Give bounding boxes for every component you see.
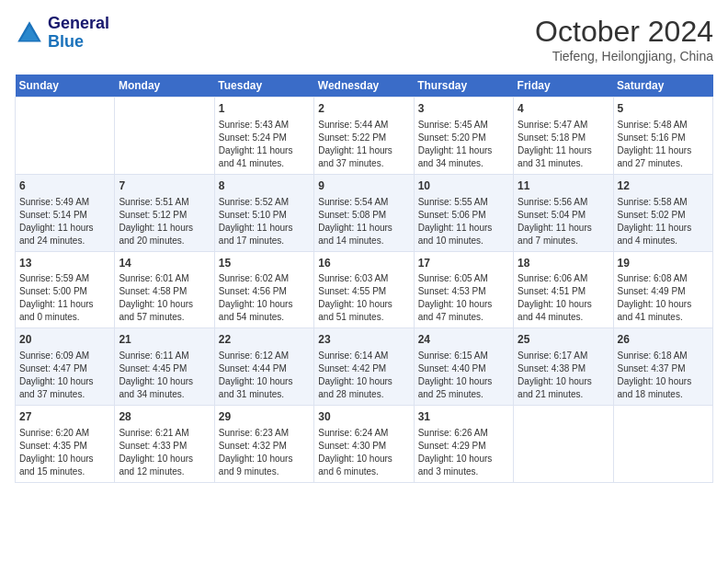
daylight-text: Daylight: 11 hours and 14 minutes. <box>318 222 409 247</box>
sunset-text: Sunset: 4:45 PM <box>119 362 210 375</box>
day-number: 28 <box>119 409 210 425</box>
calendar-row: 27Sunrise: 6:20 AMSunset: 4:35 PMDayligh… <box>16 406 713 483</box>
sunrise-text: Sunrise: 6:01 AM <box>119 272 210 285</box>
calendar-cell: 5Sunrise: 5:48 AMSunset: 5:16 PMDaylight… <box>613 98 712 175</box>
calendar-cell: 4Sunrise: 5:47 AMSunset: 5:18 PMDaylight… <box>514 98 613 175</box>
daylight-text: Daylight: 11 hours and 41 minutes. <box>219 144 310 170</box>
day-number: 23 <box>318 332 409 348</box>
day-number: 1 <box>219 101 310 117</box>
sunset-text: Sunset: 4:44 PM <box>219 362 310 375</box>
sunset-text: Sunset: 4:47 PM <box>19 362 110 375</box>
day-number: 27 <box>19 409 110 425</box>
calendar-cell: 25Sunrise: 6:17 AMSunset: 4:38 PMDayligh… <box>514 328 613 406</box>
daylight-text: Daylight: 10 hours and 28 minutes. <box>318 375 409 401</box>
daylight-text: Daylight: 10 hours and 15 minutes. <box>19 453 110 478</box>
daylight-text: Daylight: 10 hours and 57 minutes. <box>119 298 210 324</box>
daylight-text: Daylight: 10 hours and 3 minutes. <box>418 453 509 478</box>
day-number: 21 <box>119 332 210 348</box>
sunrise-text: Sunrise: 6:06 AM <box>518 272 609 285</box>
month-title: October 2024 <box>535 15 713 49</box>
day-number: 15 <box>219 256 310 271</box>
sunrise-text: Sunrise: 6:03 AM <box>318 272 409 285</box>
sunrise-text: Sunrise: 5:48 AM <box>618 119 709 132</box>
day-number: 10 <box>418 178 509 194</box>
sunrise-text: Sunrise: 6:09 AM <box>19 350 110 362</box>
calendar-row: 6Sunrise: 5:49 AMSunset: 5:14 PMDaylight… <box>16 174 713 251</box>
day-number: 12 <box>618 178 709 194</box>
sunset-text: Sunset: 4:42 PM <box>318 362 409 375</box>
sunset-text: Sunset: 4:49 PM <box>618 285 709 298</box>
weekday-header: Friday <box>514 75 613 98</box>
calendar-cell: 17Sunrise: 6:05 AMSunset: 4:53 PMDayligh… <box>414 251 513 328</box>
sunset-text: Sunset: 4:30 PM <box>318 440 409 453</box>
calendar-cell <box>115 98 214 175</box>
logo-text: GeneralBlue <box>48 15 109 52</box>
sunrise-text: Sunrise: 6:18 AM <box>618 350 709 362</box>
page-header: GeneralBlue October 2024 Tiefeng, Heilon… <box>15 15 713 63</box>
day-number: 18 <box>518 256 609 271</box>
logo: GeneralBlue <box>15 15 109 52</box>
daylight-text: Daylight: 10 hours and 37 minutes. <box>19 375 110 401</box>
sunrise-text: Sunrise: 5:43 AM <box>219 119 310 132</box>
sunset-text: Sunset: 5:10 PM <box>219 209 310 222</box>
sunset-text: Sunset: 5:14 PM <box>19 209 110 222</box>
sunrise-text: Sunrise: 5:49 AM <box>19 196 110 209</box>
sunrise-text: Sunrise: 5:58 AM <box>618 196 709 209</box>
sunrise-text: Sunrise: 6:26 AM <box>418 427 509 440</box>
sunset-text: Sunset: 4:55 PM <box>318 285 409 298</box>
day-number: 14 <box>119 256 210 271</box>
daylight-text: Daylight: 10 hours and 6 minutes. <box>318 453 409 478</box>
sunset-text: Sunset: 5:06 PM <box>418 209 509 222</box>
sunset-text: Sunset: 4:38 PM <box>518 362 609 375</box>
calendar-cell: 10Sunrise: 5:55 AMSunset: 5:06 PMDayligh… <box>414 174 513 251</box>
weekday-header: Monday <box>115 75 214 98</box>
daylight-text: Daylight: 10 hours and 41 minutes. <box>618 298 709 324</box>
sunrise-text: Sunrise: 5:59 AM <box>19 272 110 285</box>
sunset-text: Sunset: 4:53 PM <box>418 285 509 298</box>
sunrise-text: Sunrise: 5:54 AM <box>318 196 409 209</box>
daylight-text: Daylight: 11 hours and 7 minutes. <box>518 222 609 247</box>
sunset-text: Sunset: 5:18 PM <box>518 132 609 144</box>
calendar-cell: 22Sunrise: 6:12 AMSunset: 4:44 PMDayligh… <box>214 328 313 406</box>
daylight-text: Daylight: 11 hours and 31 minutes. <box>518 144 609 170</box>
sunset-text: Sunset: 4:51 PM <box>518 285 609 298</box>
calendar-table: SundayMondayTuesdayWednesdayThursdayFrid… <box>15 75 713 483</box>
sunrise-text: Sunrise: 6:14 AM <box>318 350 409 362</box>
daylight-text: Daylight: 10 hours and 44 minutes. <box>518 298 609 324</box>
calendar-row: 20Sunrise: 6:09 AMSunset: 4:47 PMDayligh… <box>16 328 713 406</box>
calendar-cell: 23Sunrise: 6:14 AMSunset: 4:42 PMDayligh… <box>314 328 414 406</box>
sunset-text: Sunset: 4:33 PM <box>119 440 210 453</box>
sunset-text: Sunset: 5:08 PM <box>318 209 409 222</box>
sunset-text: Sunset: 5:00 PM <box>19 285 110 298</box>
sunset-text: Sunset: 5:04 PM <box>518 209 609 222</box>
day-number: 19 <box>618 256 709 271</box>
sunrise-text: Sunrise: 6:02 AM <box>219 272 310 285</box>
day-number: 20 <box>19 332 110 348</box>
sunset-text: Sunset: 5:02 PM <box>618 209 709 222</box>
weekday-header: Thursday <box>414 75 513 98</box>
sunrise-text: Sunrise: 6:11 AM <box>119 350 210 362</box>
day-number: 3 <box>418 101 509 117</box>
daylight-text: Daylight: 10 hours and 47 minutes. <box>418 298 509 324</box>
daylight-text: Daylight: 10 hours and 9 minutes. <box>219 453 310 478</box>
day-number: 11 <box>518 178 609 194</box>
daylight-text: Daylight: 11 hours and 34 minutes. <box>418 144 509 170</box>
day-number: 6 <box>19 178 110 194</box>
daylight-text: Daylight: 10 hours and 12 minutes. <box>119 453 210 478</box>
sunset-text: Sunset: 4:37 PM <box>618 362 709 375</box>
calendar-cell: 9Sunrise: 5:54 AMSunset: 5:08 PMDaylight… <box>314 174 414 251</box>
calendar-cell: 18Sunrise: 6:06 AMSunset: 4:51 PMDayligh… <box>514 251 613 328</box>
calendar-cell: 27Sunrise: 6:20 AMSunset: 4:35 PMDayligh… <box>16 406 115 483</box>
header-row: SundayMondayTuesdayWednesdayThursdayFrid… <box>16 75 713 98</box>
sunrise-text: Sunrise: 6:20 AM <box>19 427 110 440</box>
sunrise-text: Sunrise: 5:55 AM <box>418 196 509 209</box>
day-number: 7 <box>119 178 210 194</box>
day-number: 13 <box>19 256 110 271</box>
weekday-header: Tuesday <box>214 75 313 98</box>
day-number: 24 <box>418 332 509 348</box>
sunrise-text: Sunrise: 6:23 AM <box>219 427 310 440</box>
calendar-row: 1Sunrise: 5:43 AMSunset: 5:24 PMDaylight… <box>16 98 713 175</box>
daylight-text: Daylight: 11 hours and 17 minutes. <box>219 222 310 247</box>
calendar-cell: 29Sunrise: 6:23 AMSunset: 4:32 PMDayligh… <box>214 406 313 483</box>
title-area: October 2024 Tiefeng, Heilongjiang, Chin… <box>535 15 713 63</box>
